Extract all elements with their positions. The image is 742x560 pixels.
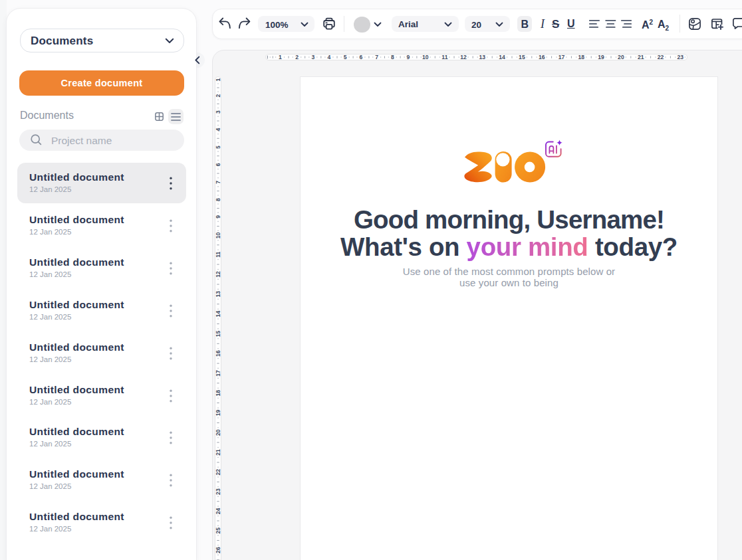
svg-text:7: 7 bbox=[215, 181, 221, 184]
svg-text:4: 4 bbox=[328, 54, 331, 60]
svg-text:25: 25 bbox=[215, 527, 221, 534]
svg-text:8: 8 bbox=[391, 54, 394, 60]
svg-text:15: 15 bbox=[215, 330, 221, 337]
svg-text:22: 22 bbox=[215, 469, 221, 476]
svg-text:1: 1 bbox=[215, 78, 221, 81]
svg-text:8: 8 bbox=[215, 198, 221, 201]
svg-text:14: 14 bbox=[499, 54, 505, 60]
svg-text:17: 17 bbox=[558, 54, 565, 60]
svg-text:13: 13 bbox=[215, 291, 221, 298]
svg-text:22: 22 bbox=[658, 54, 664, 60]
svg-text:9: 9 bbox=[407, 54, 410, 60]
svg-text:23: 23 bbox=[678, 54, 684, 60]
svg-text:23: 23 bbox=[215, 488, 221, 495]
svg-text:14: 14 bbox=[215, 311, 221, 318]
svg-text:12: 12 bbox=[215, 271, 221, 278]
svg-text:18: 18 bbox=[215, 390, 221, 397]
svg-text:21: 21 bbox=[215, 449, 221, 456]
svg-text:3: 3 bbox=[215, 110, 221, 114]
svg-text:17: 17 bbox=[215, 370, 221, 377]
svg-text:16: 16 bbox=[215, 350, 221, 357]
svg-text:9: 9 bbox=[215, 215, 221, 219]
svg-text:16: 16 bbox=[539, 54, 545, 60]
svg-text:19: 19 bbox=[598, 54, 604, 60]
svg-text:26: 26 bbox=[215, 547, 221, 553]
svg-text:10: 10 bbox=[215, 233, 221, 239]
svg-text:19: 19 bbox=[215, 410, 221, 417]
svg-text:2: 2 bbox=[215, 94, 221, 97]
svg-text:7: 7 bbox=[375, 54, 378, 60]
svg-text:6: 6 bbox=[215, 163, 221, 166]
svg-text:6: 6 bbox=[360, 54, 363, 60]
svg-text:11: 11 bbox=[215, 251, 221, 257]
svg-text:11: 11 bbox=[441, 54, 447, 60]
svg-text:15: 15 bbox=[519, 54, 525, 60]
svg-text:4: 4 bbox=[215, 128, 221, 131]
svg-text:21: 21 bbox=[638, 54, 644, 60]
svg-text:20: 20 bbox=[215, 429, 221, 436]
svg-text:12: 12 bbox=[460, 54, 467, 60]
svg-text:13: 13 bbox=[479, 54, 486, 60]
svg-text:3: 3 bbox=[311, 54, 314, 60]
svg-text:18: 18 bbox=[578, 54, 585, 60]
svg-text:24: 24 bbox=[215, 508, 221, 514]
svg-text:1: 1 bbox=[279, 54, 282, 60]
svg-text:5: 5 bbox=[344, 54, 347, 60]
svg-text:5: 5 bbox=[215, 145, 221, 149]
svg-text:20: 20 bbox=[618, 54, 624, 60]
svg-text:2: 2 bbox=[295, 54, 299, 60]
svg-text:10: 10 bbox=[422, 54, 429, 60]
